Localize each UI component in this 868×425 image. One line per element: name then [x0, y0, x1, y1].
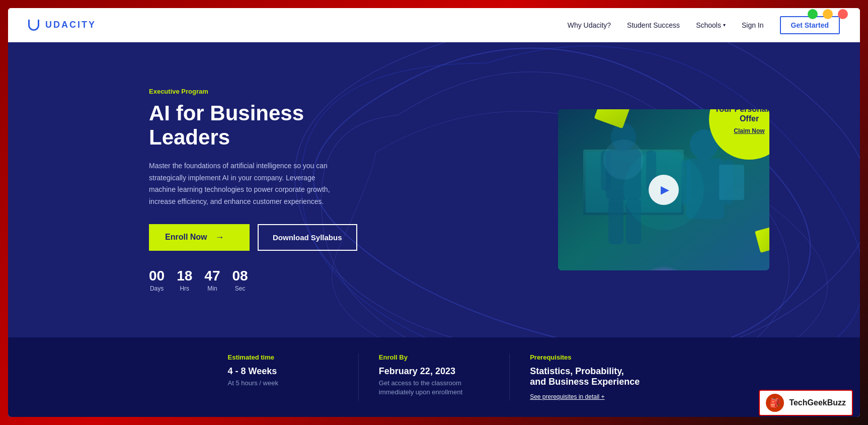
nav-schools[interactable]: Schools ▾ [696, 21, 726, 29]
logo-container[interactable]: UDACITY [28, 20, 96, 31]
browser-window: UDACITY Why Udacity? Student Success Sch… [8, 8, 860, 417]
info-section: Estimated time 4 - 8 Weeks At 5 hours / … [8, 337, 860, 417]
info-prerequisites: Prerequisites Statistics, Probability, a… [510, 353, 660, 401]
hero-buttons: Enroll Now → Download Syllabus [149, 224, 360, 251]
nav-why-udacity[interactable]: Why Udacity? [568, 21, 611, 29]
svg-rect-7 [608, 199, 623, 244]
svg-point-15 [603, 139, 644, 180]
techgeekbuzz-watermark: 🎒 TechGeekBuzz [759, 390, 853, 416]
info-prerequisites-label: Prerequisites [530, 353, 640, 361]
countdown-min-value: 47 [204, 269, 220, 283]
chevron-down-icon: ▾ [723, 22, 726, 28]
traffic-light-red[interactable] [838, 9, 848, 19]
traffic-lights [808, 9, 848, 19]
info-estimated-time-value: 4 - 8 Weeks [228, 366, 338, 377]
nav-schools-label: Schools [696, 21, 721, 29]
traffic-light-green[interactable] [808, 9, 818, 19]
info-enroll-by-label: Enroll By [379, 353, 489, 361]
hero-description: Master the foundations of artificial int… [149, 160, 340, 208]
info-enroll-by-value: February 22, 2023 [379, 366, 489, 377]
svg-rect-13 [719, 165, 744, 200]
enroll-now-button[interactable]: Enroll Now → [149, 224, 250, 251]
countdown-min: 47 Min [204, 269, 220, 292]
nav-links: Why Udacity? Student Success Schools ▾ S… [568, 16, 840, 34]
info-estimated-time-label: Estimated time [228, 353, 338, 361]
countdown-days: 00 Days [149, 269, 165, 292]
countdown-days-value: 00 [149, 269, 165, 283]
info-grid: Estimated time 4 - 8 Weeks At 5 hours / … [208, 353, 661, 401]
info-enroll-by-sub: Get access to the classroom immediately … [379, 379, 489, 397]
download-syllabus-button[interactable]: Download Syllabus [258, 224, 357, 251]
countdown-sec: 08 Sec [232, 269, 248, 292]
watermark-text: TechGeekBuzz [789, 398, 846, 407]
enroll-arrow-icon: → [215, 232, 224, 243]
navbar: UDACITY Why Udacity? Student Success Sch… [8, 8, 860, 42]
countdown-sec-label: Sec [232, 285, 248, 292]
udacity-logo-icon [28, 20, 39, 31]
prerequisites-detail-link[interactable]: See prerequisites in detail + [530, 393, 604, 400]
window-chrome: UDACITY Why Udacity? Student Success Sch… [0, 0, 868, 425]
watermark-icon: 🎒 [766, 394, 784, 412]
countdown-hrs-value: 18 [177, 269, 192, 283]
nav-sign-in[interactable]: Sign In [742, 21, 764, 29]
info-estimated-time: Estimated time 4 - 8 Weeks At 5 hours / … [208, 353, 359, 401]
hero-content: Executive Program AI for Business Leader… [149, 88, 360, 292]
traffic-light-yellow[interactable] [823, 9, 833, 19]
watermark-emoji: 🎒 [769, 397, 780, 408]
info-enroll-by: Enroll By February 22, 2023 Get access t… [359, 353, 510, 401]
info-prerequisites-value: Statistics, Probability, and Business Ex… [530, 366, 640, 387]
countdown-days-label: Days [149, 285, 165, 292]
program-label: Executive Program [149, 88, 360, 95]
logo-text: UDACITY [45, 20, 96, 30]
nav-student-success[interactable]: Student Success [627, 21, 680, 29]
video-thumbnail[interactable]: ▶ Your Personalized Offer Claim Now [558, 109, 769, 270]
countdown-min-label: Min [204, 285, 220, 292]
claim-now-link[interactable]: Claim Now [734, 127, 764, 134]
countdown-sec-value: 08 [232, 269, 248, 283]
info-estimated-time-sub: At 5 hours / week [228, 379, 338, 388]
countdown-hrs-label: Hrs [177, 285, 192, 292]
play-icon: ▶ [661, 183, 669, 196]
hero-section: Executive Program AI for Business Leader… [8, 42, 860, 337]
hero-video-area: ▶ Your Personalized Offer Claim Now [558, 109, 769, 270]
offer-badge-title: Your Personalized Offer [709, 109, 769, 123]
countdown-timer: 00 Days 18 Hrs 47 Min 08 Sec [149, 269, 360, 292]
countdown-hrs: 18 Hrs [177, 269, 192, 292]
hero-title: AI for Business Leaders [149, 101, 360, 150]
play-button[interactable]: ▶ [649, 175, 679, 205]
enroll-button-label: Enroll Now [165, 233, 207, 242]
